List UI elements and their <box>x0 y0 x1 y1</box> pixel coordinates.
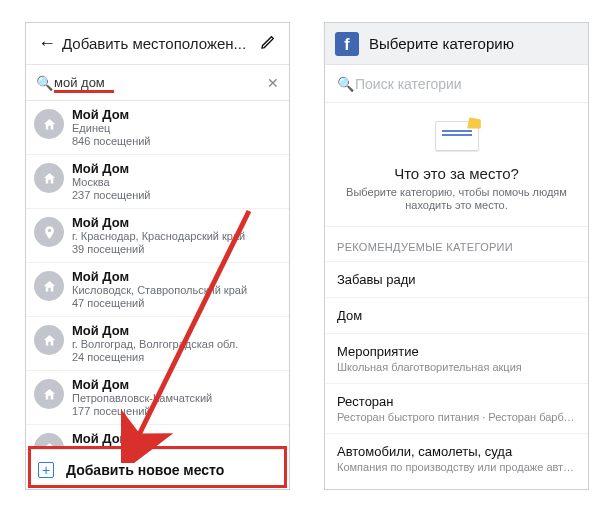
facebook-icon: f <box>335 32 359 56</box>
category-row[interactable]: Забавы ради <box>325 261 588 297</box>
search-icon: 🔍 <box>337 76 355 92</box>
clear-search-button[interactable]: ✕ <box>267 75 279 91</box>
hero-subtitle: Выберите категорию, чтобы помочь людям н… <box>341 186 572 212</box>
place-name: Мой Дом <box>72 161 279 176</box>
recommended-section-title: РЕКОМЕНДУЕМЫЕ КАТЕГОРИИ <box>325 226 588 261</box>
place-text: Мой ДомЕдинец846 посещений <box>72 107 279 148</box>
right-header: f Выберите категорию <box>325 23 588 65</box>
left-header: ← Добавить местоположен... <box>26 23 289 65</box>
search-query-text: мой дом <box>54 75 105 90</box>
left-panel: ← Добавить местоположен... 🔍 мой дом ✕ М… <box>25 22 290 490</box>
place-visits: 24 посещения <box>72 351 279 364</box>
place-name: Мой Дом <box>72 269 279 284</box>
place-name: Мой Дом <box>72 107 279 122</box>
place-row[interactable]: Мой ДомКисловодск, Ставропольский край47… <box>26 263 289 317</box>
left-header-title: Добавить местоположен... <box>58 35 257 52</box>
place-location: Петропавловск-Камчатский <box>72 392 279 405</box>
place-location: Москва <box>72 176 279 189</box>
category-sub: Ресторан быстрого питания · Ресторан бар… <box>337 411 576 423</box>
category-row[interactable]: Автомобили, самолеты, судаКомпания по пр… <box>325 433 588 483</box>
place-location: г. Волгоград, Волгоградская обл. <box>72 338 279 351</box>
place-text: Мой ДомМосква237 посещений <box>72 161 279 202</box>
category-name: Ресторан <box>337 394 576 409</box>
place-name: Мой Дом <box>72 377 279 392</box>
house-icon <box>34 379 64 409</box>
place-visits: 47 посещений <box>72 297 279 310</box>
category-search-placeholder: Поиск категории <box>355 76 462 92</box>
right-header-title: Выберите категорию <box>369 35 514 52</box>
place-name: Мой Дом <box>72 323 279 338</box>
place-text: Мой ДомПетропавловск-Камчатский177 посещ… <box>72 377 279 418</box>
place-row[interactable]: Мой Домг. Волгоград, Волгоградская обл.2… <box>26 317 289 371</box>
place-row[interactable]: Мой Домг. Краснодар, Краснодарский край3… <box>26 209 289 263</box>
category-sub: Школьная благотворительная акция <box>337 361 576 373</box>
search-bar[interactable]: 🔍 мой дом ✕ <box>26 65 289 101</box>
house-icon <box>34 271 64 301</box>
search-input[interactable]: мой дом <box>54 75 267 90</box>
place-visits: 39 посещений <box>72 243 279 256</box>
house-icon <box>34 109 64 139</box>
category-row[interactable]: Дом <box>325 297 588 333</box>
category-name: Автомобили, самолеты, суда <box>337 444 576 459</box>
search-icon: 🔍 <box>36 75 54 91</box>
edit-button[interactable] <box>257 34 279 53</box>
category-name: Забавы ради <box>337 272 576 287</box>
places-list: Мой ДомЕдинец846 посещенийМой ДомМосква2… <box>26 101 289 490</box>
red-underline-annotation <box>54 90 114 93</box>
place-text: Мой Домг. Краснодар, Краснодарский край3… <box>72 215 279 256</box>
note-pencil-icon <box>435 121 479 151</box>
place-location: г. Краснодар, Краснодарский край <box>72 230 279 243</box>
right-panel: f Выберите категорию 🔍 Поиск категории Ч… <box>324 22 589 490</box>
category-sub: Компания по производству или продаже авт… <box>337 461 576 473</box>
place-text: Мой ДомКисловодск, Ставропольский край47… <box>72 269 279 310</box>
add-new-place-label: Добавить новое место <box>66 462 224 478</box>
category-name: Дом <box>337 308 576 323</box>
place-location: Кисловодск, Ставропольский край <box>72 284 279 297</box>
hero-question: Что это за место? <box>394 165 519 182</box>
place-name: Мой Дом <box>72 431 279 446</box>
place-row[interactable]: Мой ДомЕдинец846 посещений <box>26 101 289 155</box>
category-row[interactable]: МероприятиеШкольная благотворительная ак… <box>325 333 588 383</box>
back-button[interactable]: ← <box>36 33 58 54</box>
place-visits: 846 посещений <box>72 135 279 148</box>
pencil-icon <box>260 34 276 50</box>
house-icon <box>34 325 64 355</box>
category-row[interactable]: РесторанРесторан быстрого питания · Рест… <box>325 383 588 433</box>
category-name: Мероприятие <box>337 344 576 359</box>
category-list: Забавы радиДомМероприятиеШкольная благот… <box>325 261 588 483</box>
plus-icon: + <box>38 462 54 478</box>
category-search-bar[interactable]: 🔍 Поиск категории <box>325 65 588 103</box>
place-visits: 177 посещений <box>72 405 279 418</box>
place-text: Мой Домг. Волгоград, Волгоградская обл.2… <box>72 323 279 364</box>
place-row[interactable]: Мой ДомМосква237 посещений <box>26 155 289 209</box>
hero-section: Что это за место? Выберите категорию, чт… <box>325 103 588 226</box>
pin-icon <box>34 217 64 247</box>
house-icon <box>34 163 64 193</box>
place-name: Мой Дом <box>72 215 279 230</box>
place-row[interactable]: Мой ДомПетропавловск-Камчатский177 посещ… <box>26 371 289 425</box>
place-visits: 237 посещений <box>72 189 279 202</box>
add-new-place-row[interactable]: + Добавить новое место <box>26 449 289 489</box>
place-location: Единец <box>72 122 279 135</box>
